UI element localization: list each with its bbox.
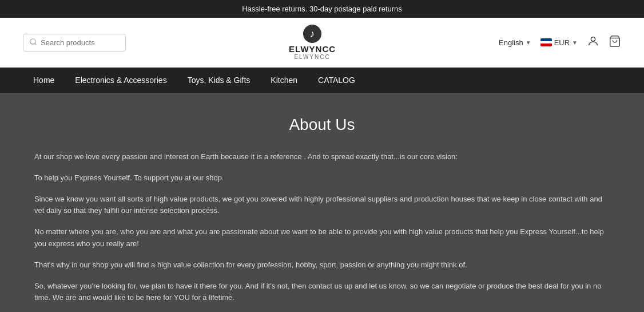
about-para-2: To help you Express Yourself. To support…	[34, 172, 610, 184]
about-para-6: So, whatever you're looking for, we plan…	[34, 281, 610, 305]
logo-name: ELWYNCC	[289, 44, 336, 54]
nav-catalog[interactable]: CATALOG	[308, 68, 365, 93]
logo[interactable]: ♪ ELWYNCC ELWYNCC	[289, 25, 336, 60]
svg-line-1	[35, 43, 37, 45]
main-nav: Home Electronics & Accessories Toys, Kid…	[0, 68, 644, 93]
logo-sub: ELWYNCC	[294, 54, 330, 60]
banner-text: Hassle-free returns. 30-day postage paid…	[242, 5, 402, 13]
search-box[interactable]	[23, 34, 126, 52]
header: ♪ ELWYNCC ELWYNCC English ▼ EUR ▼	[0, 18, 644, 68]
nav-electronics[interactable]: Electronics & Accessories	[65, 68, 177, 93]
nav-toys[interactable]: Toys, Kids & Gifts	[177, 68, 261, 93]
search-input[interactable]	[41, 38, 120, 47]
about-para-3: Since we know you want all sorts of high…	[34, 193, 610, 218]
cart-icon[interactable]	[609, 35, 621, 50]
svg-point-2	[591, 37, 595, 41]
about-title: About Us	[34, 116, 610, 134]
language-label: English	[499, 38, 523, 47]
about-text: At our shop we love every passion and in…	[34, 151, 610, 312]
svg-point-0	[30, 38, 35, 44]
search-icon	[29, 38, 37, 48]
about-para-1: At our shop we love every passion and in…	[34, 151, 610, 163]
flag-icon	[540, 38, 552, 46]
about-para-4: No matter where you are, who you are and…	[34, 226, 610, 250]
logo-icon: ♪	[303, 25, 321, 43]
nav-home[interactable]: Home	[23, 68, 65, 93]
currency-chevron-icon: ▼	[572, 40, 578, 46]
header-right: English ▼ EUR ▼	[499, 35, 621, 50]
currency-selector[interactable]: EUR ▼	[540, 38, 578, 47]
nav-kitchen[interactable]: Kitchen	[260, 68, 308, 93]
currency-label: EUR	[554, 38, 570, 47]
language-chevron-icon: ▼	[526, 40, 531, 46]
top-banner: Hassle-free returns. 30-day postage paid…	[0, 0, 644, 18]
language-selector[interactable]: English ▼	[499, 38, 531, 47]
main-content: About Us At our shop we love every passi…	[0, 93, 644, 312]
about-para-5: That's why in our shop you will find a h…	[34, 259, 610, 271]
account-icon[interactable]	[587, 35, 599, 50]
